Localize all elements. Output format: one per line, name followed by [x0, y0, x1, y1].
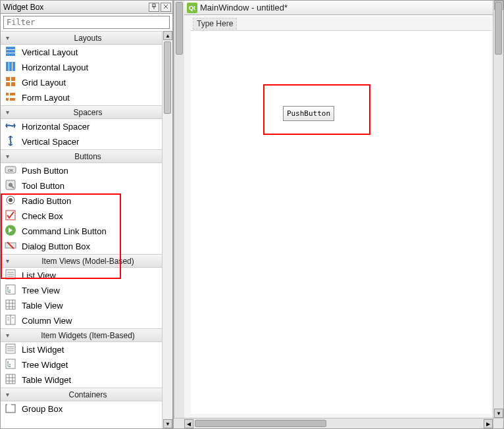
columnview-icon — [5, 314, 16, 328]
scroll-down-arrow-icon[interactable]: ▼ — [494, 409, 503, 418]
svg-rect-17 — [6, 98, 9, 101]
chevron-down-icon: ▾ — [1, 34, 14, 41]
widget-item-radio-button[interactable]: Radio Button — [1, 193, 162, 209]
group-label: Spacers — [14, 108, 162, 117]
widget-item-label: Table Widget — [22, 375, 71, 385]
close-icon — [163, 3, 169, 10]
canvas-scrollbar-v-right[interactable]: ▲ ▼ — [493, 1, 503, 418]
widget-item-grid-layout[interactable]: Grid Layout — [1, 75, 162, 90]
pin-button[interactable] — [149, 3, 159, 12]
widget-item-label: Horizontal Spacer — [22, 122, 89, 132]
widget-item-vertical-layout[interactable]: Vertical Layout — [1, 45, 162, 60]
group-label: Containers — [14, 390, 162, 399]
widget-item-tree-view[interactable]: Tree View — [1, 283, 162, 298]
widget-box-titlebar: Widget Box — [1, 1, 172, 14]
group-header-item-views-model-based-[interactable]: ▾Item Views (Model-Based) — [1, 254, 162, 268]
widget-item-vertical-spacer[interactable]: Vertical Spacer — [1, 134, 162, 149]
form-window-titlebar: Qt MainWindow - untitled* — [184, 1, 493, 15]
vspacer-icon — [5, 135, 16, 149]
widget-item-label: Command Link Button — [22, 226, 107, 236]
scrollbar-thumb-h[interactable] — [195, 420, 326, 427]
tableview-icon — [5, 299, 16, 313]
widget-item-table-widget[interactable]: Table Widget — [1, 372, 162, 388]
group-label: Layouts — [14, 34, 162, 43]
widget-tree-scrollbar[interactable]: ▲ ▼ — [162, 31, 172, 428]
widget-item-form-layout[interactable]: Form Layout — [1, 90, 162, 105]
svg-rect-12 — [11, 77, 15, 81]
widget-item-label: Tool Button — [22, 181, 64, 191]
widget-item-command-link-button[interactable]: Command Link Button — [1, 224, 162, 239]
scroll-up-arrow-icon[interactable]: ▲ — [163, 31, 172, 40]
widget-item-column-view[interactable]: Column View — [1, 313, 162, 328]
group-label: Item Views (Model-Based) — [14, 257, 162, 266]
widget-item-label: Column View — [22, 316, 72, 326]
form-menubar[interactable]: Type Here — [191, 16, 491, 31]
widget-item-list-widget[interactable]: List Widget — [1, 342, 162, 357]
group-label: Item Widgets (Item-Based) — [14, 331, 162, 340]
svg-rect-5 — [6, 47, 15, 49]
widget-item-dialog-button-box[interactable]: Dialog Button Box — [1, 239, 162, 254]
hlayout-icon — [5, 61, 16, 74]
widget-item-check-box[interactable]: Check Box — [1, 209, 162, 224]
widget-item-list-view[interactable]: List View — [1, 268, 162, 283]
widget-item-horizontal-layout[interactable]: Horizontal Layout — [1, 60, 162, 75]
canvas-scrollbar-v-left[interactable] — [174, 1, 184, 418]
svg-rect-11 — [6, 77, 10, 81]
scroll-left-arrow-icon[interactable]: ◀ — [184, 419, 193, 428]
svg-point-36 — [9, 290, 11, 291]
widget-item-label: Tree View — [22, 286, 60, 295]
widget-item-label: Vertical Layout — [22, 47, 78, 57]
pushbutton-icon: OK — [5, 164, 16, 178]
scroll-down-arrow-icon[interactable]: ▼ — [163, 419, 172, 428]
radiobutton-icon — [5, 194, 16, 208]
widget-item-horizontal-spacer[interactable]: Horizontal Spacer — [1, 119, 162, 134]
widget-item-group-box[interactable]: Group Box — [1, 401, 162, 416]
filter-input[interactable] — [3, 16, 170, 29]
group-header-buttons[interactable]: ▾Buttons — [1, 149, 162, 163]
widget-box-panel: Widget Box ▾LayoutsVertical LayoutHorizo… — [0, 0, 173, 429]
widget-item-push-button[interactable]: OKPush Button — [1, 163, 162, 178]
canvas-area[interactable]: Qt MainWindow - untitled* Type Here Push… — [184, 1, 493, 418]
widget-item-tool-button[interactable]: Tool Button — [1, 178, 162, 193]
close-button[interactable] — [161, 3, 171, 12]
group-header-containers[interactable]: ▾Containers — [1, 388, 162, 401]
svg-rect-15 — [6, 93, 9, 95]
svg-rect-14 — [11, 82, 15, 86]
menubar-placeholder[interactable]: Type Here — [193, 18, 237, 30]
svg-rect-8 — [6, 62, 9, 71]
chevron-down-icon: ▾ — [1, 109, 14, 116]
group-header-layouts[interactable]: ▾Layouts — [1, 31, 162, 45]
checkbox-icon — [5, 209, 16, 223]
svg-rect-34 — [6, 285, 15, 294]
group-header-item-widgets-item-based-[interactable]: ▾Item Widgets (Item-Based) — [1, 328, 162, 342]
chevron-down-icon: ▾ — [1, 153, 14, 160]
svg-point-25 — [9, 198, 13, 202]
widget-item-label: Radio Button — [22, 196, 71, 206]
form-window-title: MainWindow - untitled* — [200, 3, 288, 13]
widget-item-tree-widget[interactable]: Tree Widget — [1, 357, 162, 372]
scrollbar-thumb[interactable] — [164, 41, 171, 114]
svg-rect-0 — [153, 4, 155, 7]
widget-item-label: Check Box — [22, 211, 63, 221]
scroll-right-arrow-icon[interactable]: ▶ — [484, 419, 493, 428]
placed-pushbutton[interactable]: PushButton — [283, 106, 334, 121]
widget-item-label: Push Button — [22, 166, 68, 176]
tableview-icon — [5, 373, 16, 387]
widget-item-label: Horizontal Layout — [22, 63, 88, 72]
scrollbar-thumb-v[interactable] — [176, 2, 183, 55]
svg-rect-9 — [9, 62, 12, 71]
group-header-spacers[interactable]: ▾Spacers — [1, 105, 162, 119]
canvas-scrollbar-h[interactable]: ◀ ▶ — [184, 418, 493, 428]
widget-item-label: Table View — [22, 301, 63, 311]
widget-item-label: Grid Layout — [22, 78, 66, 88]
chevron-down-icon: ▾ — [1, 391, 14, 398]
scrollbar-thumb-v2[interactable] — [495, 2, 502, 55]
widget-item-table-view[interactable]: Table View — [1, 298, 162, 313]
widget-item-label: Dialog Button Box — [22, 241, 90, 251]
listview-icon — [5, 343, 16, 357]
designer-form[interactable]: Type Here PushButton — [191, 2, 491, 414]
dialogbb-icon — [5, 240, 16, 253]
svg-rect-13 — [6, 82, 10, 86]
qt-designer-app: Widget Box ▾LayoutsVertical LayoutHorizo… — [0, 0, 504, 429]
widget-tree[interactable]: ▾LayoutsVertical LayoutHorizontal Layout… — [1, 31, 162, 428]
